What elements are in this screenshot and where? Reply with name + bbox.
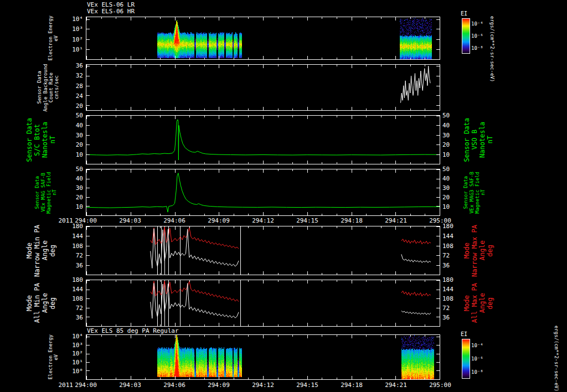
axis-title-line: eV	[53, 354, 59, 360]
axis-title-mag3-saf-b: Sensor DataVEx MAG3 SAF-BMagnetic Fieldn…	[462, 169, 487, 216]
x-tick-label: 294:09	[202, 217, 235, 224]
colorbar-top	[462, 18, 470, 54]
axis-title-line: VEx MAG3 SAF-B	[469, 172, 475, 214]
axis-title-line: Nanotesla	[479, 122, 487, 158]
axis-title-line: Angle	[479, 240, 487, 260]
y-tick-label: 10²	[64, 37, 83, 43]
y-axis-labels-panel3-right: 5040302010	[441, 169, 461, 216]
y-tick-label: 36	[64, 314, 83, 321]
colorbar-label-top: EI	[461, 11, 467, 17]
y-tick-label: 40	[442, 176, 461, 182]
year-label-middle: 2011	[51, 217, 73, 224]
x-tick-label: 294:03	[114, 381, 147, 389]
y-tick-label: 20	[64, 194, 83, 200]
axis-title-mag-saf-b: Sensor DataVEx MAG SAF-BMagnetic FieldnT	[33, 169, 59, 216]
colorbar-unit-top: ergs/(cm**2-sr-sec-eV)	[489, 2, 495, 96]
y-tick-label: 24	[64, 93, 83, 99]
sc-btot-canvas	[86, 116, 440, 164]
y-tick-label: 30	[442, 132, 461, 138]
colorbar-tick-label: 10⁻⁶	[471, 356, 483, 362]
x-axis-labels-middle: 294:00294:03294:06294:09294:12294:15294:…	[0, 217, 567, 224]
y-tick-label: 10¹	[64, 47, 83, 53]
panel-narrow-pa	[86, 226, 440, 275]
axis-title-line: deg	[487, 245, 494, 257]
y-axis-labels-panel1: 3632282420	[64, 64, 84, 111]
x-tick-label: 294:12	[246, 217, 280, 224]
colorbar-top-canvas	[462, 19, 470, 53]
panel-mag-saf-b	[86, 169, 440, 216]
y-tick-label: 20	[442, 142, 461, 148]
y-axis-labels-panel6: 10⁴10³10²10¹10⁰	[64, 334, 84, 380]
y-tick-label: 10	[442, 204, 461, 210]
y-tick-label: 144	[442, 233, 461, 239]
axis-title-line: VSO B	[471, 130, 479, 149]
axis-title-line: nT	[480, 189, 486, 195]
colorbar-tick-label: 10⁻⁴	[471, 343, 483, 348]
y-tick-label: 108	[64, 296, 83, 302]
x-tick-label: 294:21	[379, 217, 413, 224]
y-tick-label: 40	[64, 122, 83, 128]
axis-title-line: nT	[51, 189, 57, 195]
x-tick-label: 294:03	[114, 217, 147, 224]
panel-els-spectrogram-bottom	[86, 334, 440, 380]
axis-title-electron-energy-top: Electron EnergyeV	[45, 17, 61, 60]
y-tick-label: 10⁰	[64, 368, 83, 374]
y-tick-label: 30	[64, 185, 83, 191]
colorbar-tick-label: 10⁻⁴	[471, 21, 483, 27]
x-tick-label: 294:06	[158, 217, 191, 224]
colorbar-label-bottom: EI	[461, 331, 467, 337]
panel-title-els-hr: VEx ELS-06 HR	[87, 8, 135, 15]
colorbar-tick-label: 10⁻⁶	[471, 33, 483, 39]
y-tick-label: 40	[64, 176, 83, 182]
y-tick-label: 10	[442, 152, 461, 158]
colorbar-bottom	[462, 339, 470, 379]
axis-title-line: nT	[49, 136, 57, 143]
y-axis-labels-panel4-left: 1801441087236	[64, 226, 84, 275]
y-tick-label: 32	[64, 73, 83, 79]
panel-els-spectrogram-top	[86, 17, 440, 60]
axis-title-line: Sensor Data	[34, 176, 40, 209]
y-tick-label: 180	[442, 277, 461, 283]
colorbar-bottom-tick-labels: 10⁻⁴10⁻⁶10⁻⁸	[471, 339, 493, 379]
y-tick-label: 10	[64, 204, 83, 210]
axis-title-all-max-pa: ModeAll Max PAAngledeg	[462, 280, 496, 327]
axis-title-narrow-max-pa: ModeNarrow Max PAAngledeg	[462, 226, 496, 275]
y-axis-labels-panel0: 10⁴10³10²10¹	[64, 17, 84, 60]
y-tick-label: 20	[442, 194, 461, 200]
mag-saf-b-canvas	[86, 169, 440, 215]
x-tick-label: 294:18	[335, 381, 368, 389]
y-tick-label: 108	[442, 243, 461, 249]
axis-title-line: Angle	[42, 293, 49, 313]
axis-title-line: deg	[49, 297, 57, 310]
y-tick-label: 10⁴	[64, 16, 83, 22]
y-axis-labels-panel5-left: 1801441087236	[64, 280, 84, 327]
panel-title-els-85deg: VEx ELS 85 deg PA Regular	[87, 327, 179, 334]
x-tick-label: 294:06	[158, 381, 191, 389]
count-rate-canvas	[86, 65, 440, 110]
y-tick-label: 50	[442, 166, 461, 172]
y-tick-label: 36	[64, 63, 83, 69]
axis-title-all-min-pa: ModeAll Min PAAngledeg	[24, 280, 59, 327]
axis-title-sc-btot: Sensor DataS/C BtotNanoteslanT	[24, 115, 59, 164]
axis-title-line: Magnetic Field	[46, 172, 51, 214]
y-tick-label: 30	[442, 185, 461, 191]
x-tick-label: 294:21	[379, 381, 413, 389]
y-tick-label: 30	[64, 132, 83, 138]
colorbar-tick-label: 10⁻⁸	[471, 45, 483, 51]
y-tick-label: 72	[442, 252, 461, 259]
y-axis-labels-panel2-left: 5040302010	[64, 115, 84, 164]
x-tick-label: 294:15	[291, 381, 324, 389]
y-tick-label: 180	[64, 277, 83, 283]
y-tick-label: 10³	[64, 26, 83, 32]
colorbar-unit-bottom: ergs/(cm**2-sr-sec-eV)	[554, 326, 559, 392]
y-axis-labels-panel2-right: 5040302010	[441, 115, 461, 164]
panel-sc-btot	[86, 115, 440, 164]
axis-title-vso-b: Sensor DataVSO BNanoteslanT	[462, 115, 496, 164]
colorbar-bottom-canvas	[462, 339, 470, 378]
axis-title-electron-energy-bottom: Electron EnergyeV	[45, 334, 61, 380]
panel-all-pa	[86, 280, 440, 327]
y-tick-label: 50	[442, 112, 461, 118]
y-axis-labels-panel4-right: 1801441087236	[441, 226, 461, 275]
y-tick-label: 28	[64, 83, 83, 89]
x-axis-labels-bottom: 294:00294:03294:06294:09294:12294:15294:…	[0, 381, 567, 389]
